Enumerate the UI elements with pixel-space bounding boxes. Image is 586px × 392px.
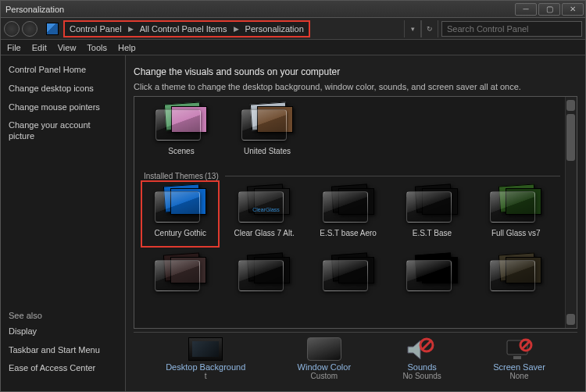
minimize-button[interactable]: ─: [515, 3, 537, 16]
theme-item[interactable]: [224, 252, 303, 319]
page-subtitle: Click a theme to change the desktop back…: [134, 82, 577, 91]
menu-bar: File Edit View Tools Help: [1, 40, 585, 55]
address-history-dropdown[interactable]: ▾: [404, 20, 421, 37]
maximize-button[interactable]: ▢: [538, 3, 560, 16]
close-button[interactable]: ✕: [562, 3, 584, 16]
breadcrumb-item[interactable]: Control Panel: [70, 24, 122, 34]
sidebar-link-mouse-pointers[interactable]: Change mouse pointers: [9, 102, 117, 113]
theme-item[interactable]: E.S.T base Aero: [309, 184, 388, 251]
sidebar-home[interactable]: Control Panel Home: [9, 65, 117, 76]
breadcrumb-item[interactable]: All Control Panel Items: [140, 24, 227, 34]
theme-label: Century Gothic: [142, 229, 218, 237]
svg-line-1: [422, 340, 431, 350]
see-also-taskbar[interactable]: Taskbar and Start Menu: [9, 345, 117, 356]
chevron-right-icon[interactable]: ▶: [128, 25, 134, 33]
see-also-display[interactable]: Display: [9, 326, 117, 337]
address-bar: Control Panel ▶ All Control Panel Items …: [1, 18, 585, 40]
sidebar: Control Panel Home Change desktop icons …: [1, 55, 126, 391]
theme-item[interactable]: [309, 252, 388, 319]
setting-sounds[interactable]: Sounds No Sounds: [402, 337, 441, 380]
see-also-ease[interactable]: Ease of Access Center: [9, 363, 117, 374]
screen-saver-icon: [502, 337, 537, 361]
window-title: Personalization: [5, 5, 64, 14]
theme-item[interactable]: [477, 252, 556, 319]
theme-item[interactable]: ClearGlassClear Glass 7 Alt.: [224, 184, 303, 251]
forward-button[interactable]: [22, 21, 38, 37]
menu-view[interactable]: View: [58, 43, 77, 52]
breadcrumb[interactable]: Control Panel ▶ All Control Panel Items …: [63, 20, 310, 37]
theme-item[interactable]: [392, 252, 471, 319]
menu-tools[interactable]: Tools: [87, 43, 107, 52]
titlebar[interactable]: Personalization ─ ▢ ✕: [1, 1, 585, 18]
menu-edit[interactable]: Edit: [32, 43, 47, 52]
theme-item[interactable]: Century Gothic: [141, 180, 220, 248]
page-title: Change the visuals and sounds on your co…: [134, 66, 577, 77]
window-frame: Personalization ─ ▢ ✕ Control Panel ▶ Al…: [0, 0, 586, 392]
desktop-background-icon: [188, 337, 223, 361]
theme-label: United States: [227, 147, 308, 155]
back-button[interactable]: [4, 21, 20, 37]
theme-label: Scenes: [141, 147, 222, 155]
theme-item[interactable]: United States: [227, 102, 308, 169]
scrollbar[interactable]: [565, 97, 577, 328]
setting-desktop-background[interactable]: Desktop Background t: [166, 337, 245, 380]
theme-item[interactable]: Full Glass vs7: [477, 184, 556, 251]
scroll-thumb[interactable]: [566, 114, 575, 161]
setting-screen-saver[interactable]: Screen Saver None: [493, 337, 545, 380]
group-header-installed: Installed Themes(13): [136, 170, 565, 180]
search-input[interactable]: [441, 21, 582, 37]
theme-item[interactable]: E.S.T Base: [392, 184, 471, 251]
menu-file[interactable]: File: [7, 43, 21, 52]
theme-label: Full Glass vs7: [477, 229, 556, 237]
themes-list: ScenesUnited States Installed Themes(13)…: [134, 96, 577, 329]
main-content: Change the visuals and sounds on your co…: [126, 55, 585, 391]
setting-window-color[interactable]: Window Color Custom: [298, 337, 351, 380]
settings-bar: Desktop Background t Window Color Custom…: [134, 332, 577, 385]
theme-label: E.S.T base Aero: [309, 229, 388, 237]
sidebar-link-account-picture[interactable]: Change your account picture: [9, 120, 117, 142]
theme-item[interactable]: Scenes: [141, 102, 222, 169]
theme-label: E.S.T Base: [392, 229, 471, 237]
sidebar-link-desktop-icons[interactable]: Change desktop icons: [9, 84, 117, 94]
menu-help[interactable]: Help: [118, 43, 136, 52]
breadcrumb-item[interactable]: Personalization: [245, 24, 304, 34]
scroll-up-button[interactable]: [566, 100, 575, 111]
see-also-heading: See also: [9, 311, 117, 320]
sounds-icon: [405, 337, 439, 361]
control-panel-icon: [46, 23, 59, 35]
chevron-right-icon[interactable]: ▶: [234, 25, 239, 33]
scroll-down-button[interactable]: [566, 314, 575, 325]
window-color-icon: [307, 337, 341, 361]
refresh-button[interactable]: ↻: [421, 20, 438, 37]
theme-item[interactable]: [141, 252, 220, 319]
theme-label: Clear Glass 7 Alt.: [224, 229, 303, 237]
svg-rect-3: [513, 356, 521, 359]
